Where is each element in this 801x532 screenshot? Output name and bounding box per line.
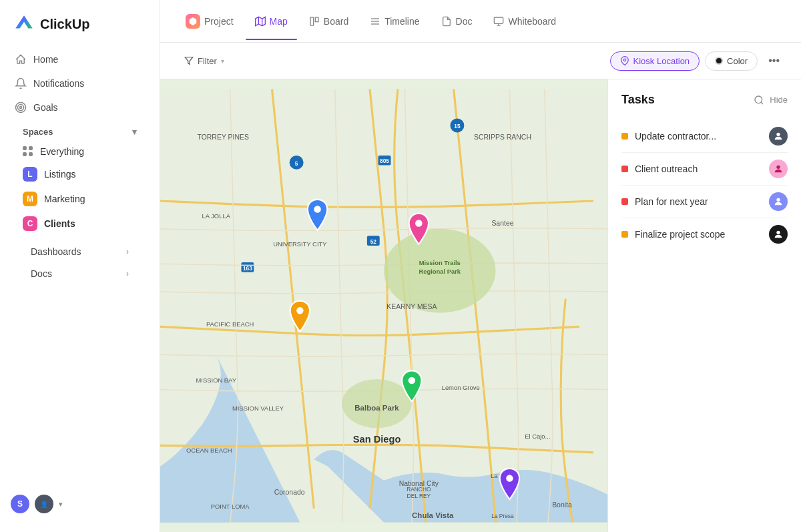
sidebar-item-everything[interactable]: Everything — [16, 142, 144, 162]
project-tab-icon — [186, 14, 200, 29]
color-circle-icon — [715, 57, 723, 65]
task-avatar-1 — [769, 127, 788, 146]
timeline-tab-icon — [370, 16, 380, 27]
svg-point-53 — [296, 307, 303, 314]
filter-icon — [184, 56, 194, 65]
svg-point-3 — [20, 107, 22, 109]
whiteboard-tab-icon — [493, 16, 504, 27]
tab-project[interactable]: Project — [176, 9, 243, 34]
tab-board[interactable]: Board — [300, 11, 358, 32]
dashboards-chevron-icon: › — [126, 247, 129, 256]
sidebar-item-home[interactable]: Home — [8, 48, 152, 71]
sidebar-item-listings[interactable]: L Listings — [16, 162, 144, 186]
task-status-dot-4 — [621, 231, 628, 238]
tab-map-label: Map — [270, 16, 288, 27]
svg-text:TORREY PINES: TORREY PINES — [197, 134, 248, 141]
svg-line-61 — [761, 102, 763, 104]
everything-label: Everything — [40, 146, 84, 157]
color-button[interactable]: Color — [705, 51, 758, 71]
goals-icon — [15, 101, 27, 113]
filter-button[interactable]: Filter ▾ — [176, 52, 232, 70]
tabs-bar: Project Map Board Timeline Doc Whiteboar… — [160, 0, 801, 43]
doc-tab-icon — [441, 16, 452, 27]
kiosk-location-button[interactable]: Kiosk Location — [610, 51, 700, 71]
notifications-label: Notifications — [33, 78, 84, 89]
svg-text:5: 5 — [295, 160, 298, 167]
listings-badge: L — [23, 167, 37, 182]
logo-area[interactable]: ClickUp — [0, 0, 160, 45]
svg-text:Balboa Park: Balboa Park — [354, 404, 399, 412]
task-avatar-3 — [769, 192, 788, 211]
svg-text:Santee: Santee — [491, 220, 513, 227]
svg-point-63 — [776, 166, 780, 169]
spaces-chevron-icon[interactable]: ▾ — [132, 127, 137, 137]
tab-project-label: Project — [204, 16, 234, 27]
svg-marker-15 — [185, 57, 193, 65]
spaces-label: Spaces — [23, 127, 53, 137]
svg-text:POINT LOMA: POINT LOMA — [211, 503, 250, 510]
marketing-label: Marketing — [44, 194, 85, 204]
sidebar-item-dashboards[interactable]: Dashboards › — [16, 241, 144, 262]
sidebar-navigation: Home Notifications Goals Spaces ▾ Everyt… — [0, 45, 160, 487]
marketing-badge: M — [23, 192, 37, 206]
task-item-4[interactable]: Finalize project scope — [621, 218, 788, 250]
listings-label: Listings — [44, 169, 75, 180]
clients-badge: C — [23, 216, 37, 231]
sidebar: ClickUp Home Notifications Goals Spaces … — [0, 0, 160, 532]
sidebar-item-marketing[interactable]: M Marketing — [16, 187, 144, 211]
svg-point-54 — [409, 377, 415, 384]
svg-text:Coronado: Coronado — [274, 489, 305, 496]
tab-whiteboard[interactable]: Whiteboard — [484, 11, 565, 32]
svg-text:15: 15 — [454, 123, 461, 129]
svg-text:PACIFIC BEACH: PACIFIC BEACH — [206, 320, 254, 328]
hide-button[interactable]: Hide — [770, 95, 788, 105]
tasks-title: Tasks — [621, 93, 655, 107]
sidebar-item-goals[interactable]: Goals — [8, 96, 152, 119]
svg-text:San Diego: San Diego — [353, 434, 401, 445]
tab-map[interactable]: Map — [246, 11, 297, 32]
more-options-button[interactable]: ••• — [763, 51, 785, 71]
task-item-1[interactable]: Update contractor... — [621, 120, 788, 153]
svg-text:MISSION VALLEY: MISSION VALLEY — [232, 405, 284, 412]
svg-rect-12 — [495, 17, 503, 23]
sidebar-item-docs[interactable]: Docs › — [16, 263, 144, 284]
sidebar-item-notifications[interactable]: Notifications — [8, 72, 152, 95]
tab-timeline[interactable]: Timeline — [360, 11, 429, 32]
map-svg: 5 15 805 163 52 — [160, 79, 607, 532]
dashboards-label: Dashboards — [31, 246, 81, 257]
svg-rect-7 — [310, 17, 314, 25]
svg-point-16 — [623, 59, 626, 61]
svg-text:Chula Vista: Chula Vista — [412, 511, 454, 519]
docs-chevron-icon: › — [126, 269, 129, 278]
sidebar-footer: S 👤 ▾ — [0, 487, 160, 521]
task-status-dot-3 — [621, 198, 628, 205]
docs-label: Docs — [31, 268, 52, 279]
tab-doc-label: Doc — [456, 16, 473, 27]
svg-text:El Cajo...: El Cajo... — [525, 433, 550, 440]
task-item-2[interactable]: Client outreach — [621, 153, 788, 186]
kiosk-label: Kiosk Location — [633, 56, 690, 66]
tab-doc[interactable]: Doc — [432, 11, 482, 32]
task-name-4: Finalize project scope — [635, 229, 762, 240]
task-name-2: Client outreach — [635, 164, 762, 174]
svg-text:La Presa: La Presa — [491, 513, 514, 519]
home-icon — [15, 53, 27, 65]
sidebar-item-clients[interactable]: C Clients — [16, 212, 144, 236]
location-pin-icon — [620, 56, 629, 65]
user-dropdown-icon[interactable]: ▾ — [59, 500, 63, 509]
search-icon[interactable] — [754, 95, 764, 105]
map-area[interactable]: 5 15 805 163 52 — [160, 79, 607, 532]
dashboards-section: Dashboards › Docs › — [8, 241, 152, 284]
user-avatar-photo[interactable]: 👤 — [35, 495, 53, 513]
user-avatar-initial[interactable]: S — [11, 495, 29, 513]
svg-point-52 — [415, 220, 422, 226]
everything-icon — [23, 146, 33, 157]
svg-text:KEARNY MESA: KEARNY MESA — [386, 303, 437, 310]
tab-whiteboard-label: Whiteboard — [508, 16, 556, 27]
board-tab-icon — [309, 16, 320, 27]
svg-text:SCRIPPS RANCH: SCRIPPS RANCH — [474, 134, 531, 141]
svg-point-64 — [776, 198, 780, 202]
task-item-3[interactable]: Plan for next year — [621, 186, 788, 218]
svg-text:DEL REY: DEL REY — [407, 493, 431, 499]
svg-text:OCEAN BEACH: OCEAN BEACH — [186, 447, 232, 454]
